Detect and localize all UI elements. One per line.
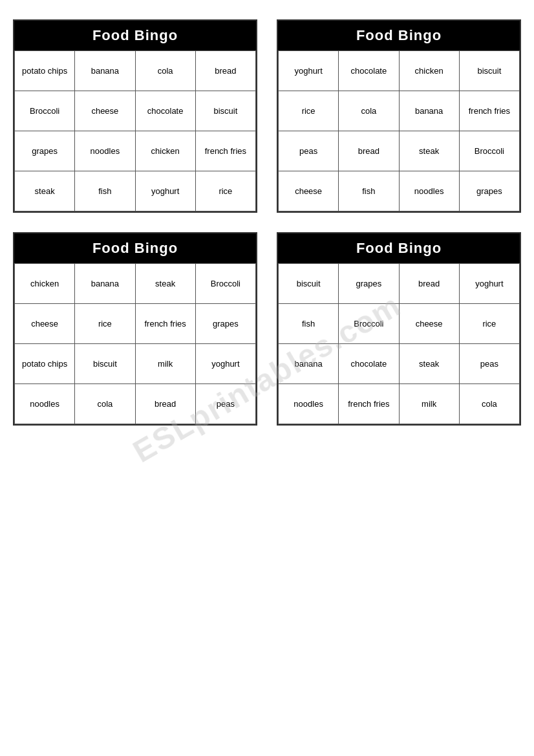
- table-cell: yoghurt: [459, 264, 519, 304]
- table-cell: bread: [195, 51, 255, 91]
- table-cell: cheese: [15, 304, 75, 344]
- table-cell: cola: [459, 384, 519, 424]
- table-cell: yoghurt: [195, 344, 255, 384]
- table-cell: cola: [135, 51, 195, 91]
- table-cell: potato chips: [15, 51, 75, 91]
- table-row: biscuitgrapesbreadyoghurt: [279, 264, 520, 304]
- table-cell: biscuit: [75, 344, 135, 384]
- table-cell: peas: [459, 344, 519, 384]
- table-cell: Broccoli: [459, 131, 519, 171]
- table-cell: noodles: [399, 171, 459, 211]
- bingo-table-2: yoghurtchocolatechickenbiscuitricecolaba…: [278, 50, 520, 211]
- table-cell: bread: [339, 131, 399, 171]
- bingo-grid: Food Bingopotato chipsbananacolabreadBro…: [13, 19, 521, 426]
- table-cell: rice: [195, 171, 255, 211]
- table-cell: biscuit: [459, 51, 519, 91]
- table-cell: rice: [279, 91, 339, 131]
- table-cell: cheese: [75, 91, 135, 131]
- bingo-card-2: Food Bingoyoghurtchocolatechickenbiscuit…: [277, 19, 521, 213]
- table-row: potato chipsbananacolabread: [15, 51, 256, 91]
- table-cell: chocolate: [339, 51, 399, 91]
- table-row: cheesefishnoodlesgrapes: [279, 171, 520, 211]
- table-cell: fish: [75, 171, 135, 211]
- table-cell: yoghurt: [279, 51, 339, 91]
- bingo-card-1: Food Bingopotato chipsbananacolabreadBro…: [13, 19, 257, 213]
- bingo-card-4: Food BingobiscuitgrapesbreadyoghurtfishB…: [277, 232, 521, 426]
- table-row: ricecolabananafrench fries: [279, 91, 520, 131]
- bingo-card-3: Food BingochickenbananasteakBroccolichee…: [13, 232, 257, 426]
- bingo-card-3-title: Food Bingo: [14, 233, 256, 263]
- table-cell: grapes: [339, 264, 399, 304]
- table-cell: grapes: [459, 171, 519, 211]
- table-row: grapesnoodleschickenfrench fries: [15, 131, 256, 171]
- table-cell: french fries: [459, 91, 519, 131]
- table-cell: steak: [135, 264, 195, 304]
- table-cell: biscuit: [195, 91, 255, 131]
- table-cell: chicken: [15, 264, 75, 304]
- table-cell: noodles: [75, 131, 135, 171]
- table-cell: cola: [75, 384, 135, 424]
- table-cell: milk: [135, 344, 195, 384]
- table-cell: french fries: [135, 304, 195, 344]
- table-cell: steak: [399, 344, 459, 384]
- table-cell: french fries: [195, 131, 255, 171]
- table-row: noodlescolabreadpeas: [15, 384, 256, 424]
- table-row: Broccolicheesechocolatebiscuit: [15, 91, 256, 131]
- bingo-table-4: biscuitgrapesbreadyoghurtfishBroccoliche…: [278, 263, 520, 424]
- table-row: yoghurtchocolatechickenbiscuit: [279, 51, 520, 91]
- table-cell: grapes: [195, 304, 255, 344]
- bingo-card-4-title: Food Bingo: [278, 233, 520, 263]
- table-cell: potato chips: [15, 344, 75, 384]
- table-row: peasbreadsteakBroccoli: [279, 131, 520, 171]
- table-cell: banana: [75, 264, 135, 304]
- table-cell: fish: [279, 304, 339, 344]
- table-cell: chocolate: [135, 91, 195, 131]
- table-cell: steak: [15, 171, 75, 211]
- bingo-card-2-title: Food Bingo: [278, 21, 520, 50]
- table-cell: peas: [195, 384, 255, 424]
- table-cell: cola: [339, 91, 399, 131]
- bingo-table-3: chickenbananasteakBroccolicheesericefren…: [14, 263, 256, 424]
- table-cell: grapes: [15, 131, 75, 171]
- table-row: noodlesfrench friesmilkcola: [279, 384, 520, 424]
- bingo-table-1: potato chipsbananacolabreadBroccolichees…: [14, 50, 256, 211]
- table-cell: cheese: [279, 171, 339, 211]
- table-cell: banana: [279, 344, 339, 384]
- table-cell: noodles: [15, 384, 75, 424]
- table-cell: cheese: [399, 304, 459, 344]
- bingo-card-1-title: Food Bingo: [14, 21, 256, 50]
- table-cell: Broccoli: [339, 304, 399, 344]
- table-cell: banana: [75, 51, 135, 91]
- table-row: chickenbananasteakBroccoli: [15, 264, 256, 304]
- table-cell: rice: [459, 304, 519, 344]
- table-cell: fish: [339, 171, 399, 211]
- table-row: bananachocolatesteakpeas: [279, 344, 520, 384]
- table-row: potato chipsbiscuitmilkyoghurt: [15, 344, 256, 384]
- table-row: cheesericefrench friesgrapes: [15, 304, 256, 344]
- table-cell: chicken: [135, 131, 195, 171]
- table-row: fishBroccolicheeserice: [279, 304, 520, 344]
- table-cell: chocolate: [339, 344, 399, 384]
- table-cell: noodles: [279, 384, 339, 424]
- table-cell: yoghurt: [135, 171, 195, 211]
- table-cell: steak: [399, 131, 459, 171]
- table-cell: bread: [135, 384, 195, 424]
- table-cell: french fries: [339, 384, 399, 424]
- table-cell: bread: [399, 264, 459, 304]
- table-cell: peas: [279, 131, 339, 171]
- table-cell: rice: [75, 304, 135, 344]
- table-cell: milk: [399, 384, 459, 424]
- table-cell: banana: [399, 91, 459, 131]
- table-cell: Broccoli: [15, 91, 75, 131]
- table-cell: chicken: [399, 51, 459, 91]
- table-cell: biscuit: [279, 264, 339, 304]
- table-row: steakfishyoghurtrice: [15, 171, 256, 211]
- table-cell: Broccoli: [195, 264, 255, 304]
